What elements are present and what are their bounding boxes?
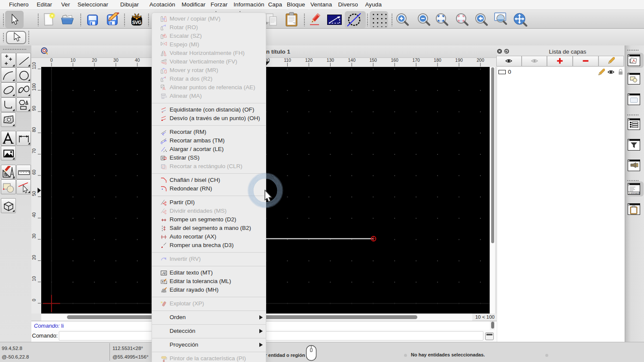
svg-text:.1: .1 <box>165 281 167 284</box>
svg-text:SVG: SVG <box>132 20 142 25</box>
svg-text:A: A <box>162 271 165 275</box>
svg-text:c ommand: c ommand <box>629 192 639 194</box>
